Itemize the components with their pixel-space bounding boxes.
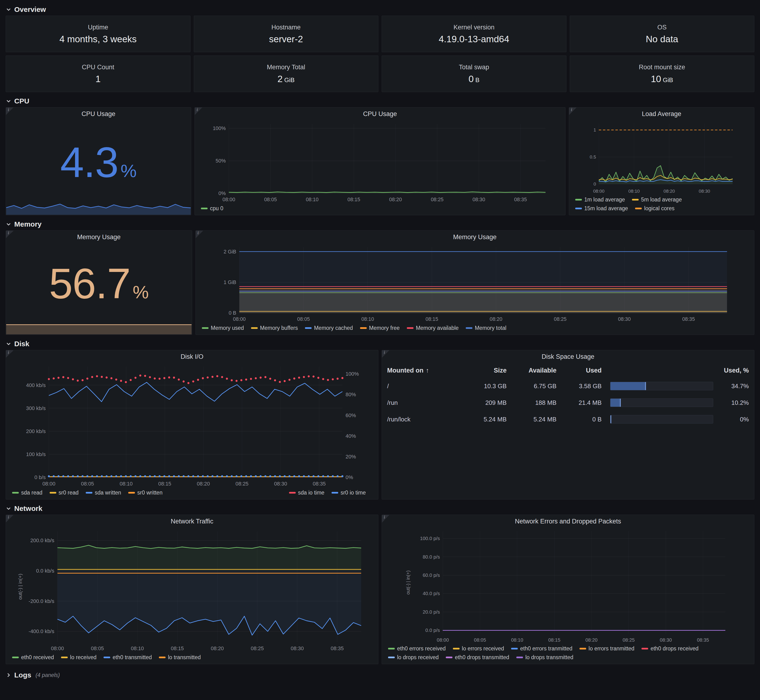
legend-item-Memory-free[interactable]: Memory free bbox=[360, 325, 400, 331]
svg-text:08:30: 08:30 bbox=[472, 197, 485, 202]
legend-item-cpu-0[interactable]: cpu 0 bbox=[201, 205, 223, 212]
svg-text:40.0 p/s: 40.0 p/s bbox=[423, 591, 440, 596]
legend-item-sr0-read[interactable]: sr0 read bbox=[50, 489, 78, 496]
legend-item-eth0-drops-transmitted[interactable]: eth0 drops transmitted bbox=[446, 654, 509, 661]
svg-text:80%: 80% bbox=[346, 392, 356, 397]
legend-item-Memory-buffers[interactable]: Memory buffers bbox=[251, 325, 298, 331]
section-header-logs[interactable]: Logs (4 panels) bbox=[6, 669, 754, 681]
panel-cpu-usage-chart: i CPU Usage 0%50%100%08:0008:0508:1008:1… bbox=[194, 107, 566, 215]
legend-item-logical-cores[interactable]: logical cores bbox=[635, 205, 674, 212]
legend-label: sr0 written bbox=[137, 489, 163, 496]
legend-item-sda-written[interactable]: sda written bbox=[86, 489, 121, 496]
panel-header[interactable]: Disk I/O bbox=[6, 350, 378, 363]
panel-header[interactable]: Disk Space Usage bbox=[382, 350, 754, 363]
panel-disk-io: i Disk I/O 0 b/s100 kb/s200 kb/s300 kb/s… bbox=[6, 350, 378, 500]
section-header-disk[interactable]: Disk bbox=[6, 338, 754, 350]
panel-info-icon[interactable]: i bbox=[6, 350, 14, 358]
legend-item-lo-received[interactable]: lo received bbox=[61, 654, 96, 661]
cell-available: 6.75 GB bbox=[506, 383, 556, 390]
legend-item-Memory-cached[interactable]: Memory cached bbox=[305, 325, 353, 331]
legend-item-eth0-errors-tranmitted[interactable]: eth0 errors tranmitted bbox=[511, 645, 572, 652]
svg-text:08:15: 08:15 bbox=[425, 316, 438, 322]
series-color-swatch bbox=[635, 208, 642, 209]
legend-item-lo-drops-transmitted[interactable]: lo drops transmitted bbox=[516, 654, 574, 661]
legend-item-eth0-transmitted[interactable]: eth0 transmitted bbox=[103, 654, 152, 661]
legend-item-lo-errors-received[interactable]: lo errors received bbox=[453, 645, 504, 652]
usage-bar-track bbox=[610, 415, 713, 423]
panel-kernel-version: Kernel version 4.19.0-13-amd64 bbox=[382, 16, 566, 52]
legend-item-lo-errors-tranmitted[interactable]: lo errors tranmitted bbox=[580, 645, 635, 652]
panel-header[interactable]: Load Average bbox=[569, 108, 754, 120]
legend-item-lo-drops-received[interactable]: lo drops received bbox=[388, 654, 439, 661]
svg-text:08:30: 08:30 bbox=[274, 481, 287, 487]
legend-item-eth0-errors-received[interactable]: eth0 errors received bbox=[388, 645, 446, 652]
cell-used: 3.58 GB bbox=[556, 383, 602, 390]
legend-item-15m-load-average[interactable]: 15m load average bbox=[575, 205, 628, 212]
cell-used: 0 B bbox=[556, 416, 602, 423]
legend-item-1m-load-average[interactable]: 1m load average bbox=[575, 197, 625, 203]
legend-label: sda read bbox=[21, 489, 42, 496]
column-header-available[interactable]: Available bbox=[506, 367, 556, 374]
panel-info-icon[interactable]: i bbox=[569, 108, 577, 115]
legend-item-Memory-total[interactable]: Memory total bbox=[466, 325, 506, 331]
panel-header[interactable]: Memory Usage bbox=[6, 231, 192, 244]
panel-header[interactable]: CPU Usage bbox=[195, 108, 565, 120]
usage-bar-fill bbox=[610, 382, 646, 390]
column-header-used-pct[interactable]: Used, % bbox=[713, 367, 749, 374]
section-title-overview: Overview bbox=[14, 5, 46, 14]
stat-title: Memory Total bbox=[267, 64, 305, 71]
legend-item-eth0-received[interactable]: eth0 received bbox=[12, 654, 54, 661]
load-average-timeseries[interactable]: 00.5108:0008:1008:2008:30 bbox=[569, 120, 754, 195]
legend-item-sr0-io-time[interactable]: sr0 io time bbox=[332, 489, 366, 496]
panel-info-icon[interactable]: i bbox=[6, 231, 14, 238]
section-header-cpu[interactable]: CPU bbox=[6, 95, 754, 107]
column-header-used[interactable]: Used bbox=[556, 367, 602, 374]
disk-io-timeseries[interactable]: 0 b/s100 kb/s200 kb/s300 kb/s400 kb/s0%2… bbox=[6, 363, 378, 489]
legend-item-sda-read[interactable]: sda read bbox=[12, 489, 42, 496]
svg-text:08:10: 08:10 bbox=[306, 197, 319, 202]
column-header-size[interactable]: Size bbox=[459, 367, 506, 374]
svg-text:0 B: 0 B bbox=[229, 310, 236, 316]
network-errors-timeseries[interactable]: 0.0 p/s20.0 p/s40.0 p/s60.0 p/s80.0 p/s1… bbox=[382, 528, 754, 644]
svg-text:1: 1 bbox=[594, 127, 596, 133]
series-color-swatch bbox=[12, 492, 19, 494]
panel-info-icon[interactable]: i bbox=[196, 231, 203, 238]
svg-text:08:15: 08:15 bbox=[171, 645, 184, 652]
panel-header[interactable]: Network Errors and Dropped Packets bbox=[382, 515, 754, 528]
section-header-network[interactable]: Network bbox=[6, 502, 754, 515]
section-header-memory[interactable]: Memory bbox=[6, 218, 754, 230]
section-header-overview[interactable]: Overview bbox=[6, 3, 754, 16]
svg-text:1 GiB: 1 GiB bbox=[224, 280, 236, 285]
series-color-swatch bbox=[202, 327, 208, 329]
svg-text:out(-) | in(+): out(-) | in(+) bbox=[17, 574, 23, 600]
panel-load-average: i Load Average 00.5108:0008:1008:2008:30… bbox=[569, 107, 754, 215]
network-traffic-timeseries[interactable]: 200.0 kb/s0.0 kb/s-200.0 kb/s-400.0 kb/s… bbox=[6, 528, 378, 653]
panel-info-icon[interactable]: i bbox=[382, 515, 390, 522]
legend-item-5m-load-average[interactable]: 5m load average bbox=[632, 197, 682, 203]
panel-header[interactable]: Memory Usage bbox=[196, 231, 754, 244]
svg-text:08:00: 08:00 bbox=[223, 197, 235, 202]
legend-item-sr0-written[interactable]: sr0 written bbox=[128, 489, 163, 496]
column-header-mounted-on[interactable]: Mounted on ↑ bbox=[387, 367, 459, 374]
panel-header[interactable]: Network Traffic bbox=[6, 515, 378, 528]
legend-item-Memory-used[interactable]: Memory used bbox=[202, 325, 244, 331]
legend-label: cpu 0 bbox=[210, 205, 223, 212]
panel-info-icon[interactable]: i bbox=[382, 350, 390, 358]
sort-ascending-icon[interactable]: ↑ bbox=[426, 367, 429, 374]
table-header-row: Mounted on ↑ Size Available Used Used, % bbox=[387, 363, 749, 378]
svg-text:400 kb/s: 400 kb/s bbox=[26, 382, 46, 388]
legend-item-Memory-available[interactable]: Memory available bbox=[407, 325, 459, 331]
memory-usage-legend: Memory usedMemory buffersMemory cachedMe… bbox=[196, 324, 754, 334]
panel-header[interactable]: CPU Usage bbox=[6, 108, 191, 120]
memory-usage-timeseries[interactable]: 0 B1 GiB2 GiB08:0008:0508:1008:1508:2008… bbox=[196, 244, 754, 324]
panel-info-icon[interactable]: i bbox=[6, 108, 14, 115]
stat-title: Kernel version bbox=[453, 24, 495, 31]
panel-info-icon[interactable]: i bbox=[195, 108, 202, 115]
legend-item-lo-transmitted[interactable]: lo transmitted bbox=[159, 654, 201, 661]
legend-item-eth0-drops-received[interactable]: eth0 drops received bbox=[641, 645, 699, 652]
cpu-usage-timeseries[interactable]: 0%50%100%08:0008:0508:1008:1508:2008:250… bbox=[195, 120, 565, 204]
cell-used-pct: 10.2% bbox=[713, 399, 749, 406]
legend-item-sda-io-time[interactable]: sda io time bbox=[289, 489, 324, 496]
panel-info-icon[interactable]: i bbox=[6, 515, 14, 522]
section-title-disk: Disk bbox=[14, 340, 29, 348]
